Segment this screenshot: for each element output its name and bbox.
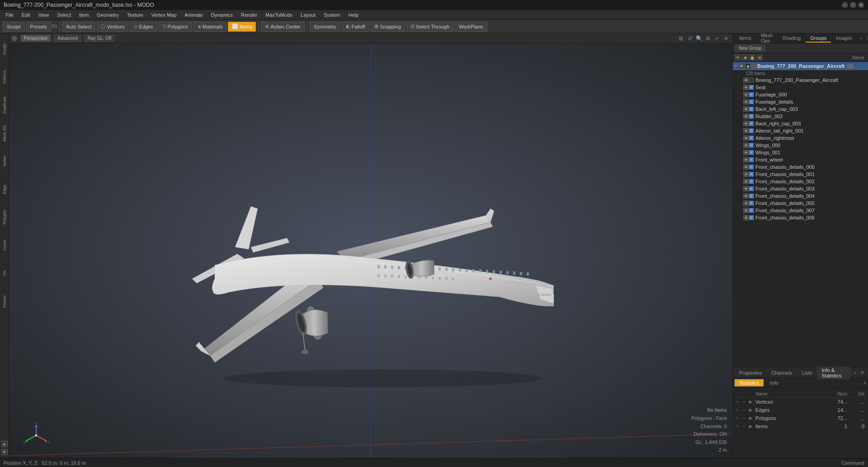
vertices-button[interactable]: ⬡ Vertices — [97, 22, 128, 32]
stats-row-3[interactable]: + − ▶ Items 1 0 — [735, 422, 866, 430]
select-through-button[interactable]: ⊡ Select Through — [406, 22, 453, 32]
tab-mesh-ops[interactable]: Mesh Ops — [756, 32, 778, 45]
vis-icon-2[interactable]: 👁 — [743, 92, 749, 97]
tree-item-12[interactable]: 👁 Front_chassis_details_000 — [733, 163, 868, 171]
stats-add-3[interactable]: + — [736, 424, 743, 429]
tree-item-16[interactable]: 👁 Front_chassis_details_004 — [733, 192, 868, 200]
tree-item-8[interactable]: 👁 Aileron_rightmost — [733, 134, 868, 142]
check-7[interactable] — [749, 129, 754, 133]
stats-minus-1[interactable]: − — [743, 408, 749, 412]
snapping-button[interactable]: ⊞ Snapping — [370, 22, 405, 32]
check-2[interactable] — [749, 92, 754, 97]
vis-icon-3[interactable]: 👁 — [743, 99, 749, 105]
rp-icon-eye[interactable]: 👁 — [735, 54, 741, 61]
tree-item-2[interactable]: 👁 Fuselage_000 — [733, 91, 868, 98]
sidebar-polygon[interactable]: Polygon — [0, 204, 9, 231]
vis-icon-11[interactable]: 👁 — [743, 157, 749, 162]
tree-item-13[interactable]: 👁 Front_chassis_details_001 — [733, 171, 868, 178]
vis-icon-13[interactable]: 👁 — [743, 172, 749, 177]
maximize-button[interactable]: □ — [850, 2, 856, 8]
sidebar-sculpt[interactable]: Sculpt — [0, 35, 9, 62]
3d-viewport[interactable]: NJ F-WMSO No Items Polygons : Face Chann… — [9, 43, 732, 458]
vis-icon-1[interactable]: 👁 — [743, 85, 749, 90]
tree-item-11[interactable]: 👁 Front_wheel — [733, 156, 868, 163]
sidebar-fusion[interactable]: Fusion — [0, 288, 9, 315]
rp-icon-expand[interactable]: ⊞ — [756, 54, 763, 61]
vis-icon-16[interactable]: 👁 — [743, 193, 749, 199]
bp-tab-add[interactable]: + — [851, 369, 859, 376]
viewport-icon-grid[interactable]: ⊞ — [677, 35, 684, 42]
vis-icon-17[interactable]: 👁 — [743, 200, 749, 206]
auto-select-button[interactable]: Auto Select — [62, 22, 95, 32]
work-plane-button[interactable]: WorkPlane — [455, 22, 487, 32]
menu-item-geometry[interactable]: Geometry — [93, 11, 122, 19]
check-14[interactable] — [749, 179, 754, 184]
sidebar-uv[interactable]: UV — [0, 260, 9, 287]
viewport-icon-reset[interactable]: ↺ — [686, 35, 693, 42]
check-11[interactable] — [749, 157, 754, 162]
tree-item-14[interactable]: 👁 Front_chassis_details_002 — [733, 178, 868, 185]
tree-expand-root[interactable]: ▼ — [733, 62, 738, 70]
materials-button[interactable]: ◈ Materials — [193, 22, 227, 32]
vis-icon-7[interactable]: 👁 — [743, 128, 749, 133]
action-center-button[interactable]: ⊕ Action Center — [261, 22, 305, 32]
sidebar-duplicate[interactable]: Duplicate — [0, 91, 9, 119]
tab-groups[interactable]: Groups — [806, 34, 831, 43]
menu-item-view[interactable]: View — [35, 11, 53, 19]
sidebar-toggle-top[interactable]: ▲ — [1, 441, 8, 447]
sidebar-toggle-bottom[interactable]: ▼ — [1, 449, 8, 455]
viewport-menu-icon[interactable] — [12, 36, 17, 41]
tree-item-3[interactable]: 👁 Fuselage_details — [733, 98, 868, 105]
bp-close-icon[interactable]: ✕ — [860, 370, 866, 376]
sidebar-curve[interactable]: Curve — [0, 232, 9, 259]
check-8[interactable] — [749, 136, 754, 140]
perspective-button[interactable]: Perspective — [21, 35, 51, 42]
stats-expand-1[interactable]: ▶ — [749, 408, 755, 412]
rp-icon-render[interactable]: ◉ — [742, 54, 748, 61]
menu-item-item[interactable]: Item — [75, 11, 92, 19]
menu-item-texture[interactable]: Texture — [123, 11, 147, 19]
sidebar-vertex[interactable]: Vertex — [0, 148, 9, 175]
tree-item-7[interactable]: 👁 Aileron_tail_right_001 — [733, 127, 868, 134]
bp-tab-channels[interactable]: Channels — [767, 369, 797, 376]
vis-icon-root[interactable]: 👁 — [739, 63, 744, 69]
tab-add[interactable]: + — [857, 35, 865, 42]
presets-button[interactable]: Presets — [26, 22, 51, 32]
advanced-button[interactable]: Advanced — [54, 35, 80, 42]
check-3[interactable] — [749, 100, 754, 104]
viewport-icon-settings[interactable]: ⚙ — [704, 35, 712, 42]
vis-icon-10[interactable]: 👁 — [743, 150, 749, 155]
check-9[interactable] — [749, 143, 754, 148]
stats-add-1[interactable]: + — [736, 408, 743, 412]
close-button[interactable]: ✕ — [858, 2, 864, 8]
tree-item-18[interactable]: 👁 Front_chassis_details_007 — [733, 207, 868, 214]
viewport-icon-zoom[interactable]: 🔍 — [695, 35, 703, 42]
sidebar-edge[interactable]: Edge — [0, 176, 9, 203]
tree-item-4[interactable]: 👁 Back_left_cap_003 — [733, 105, 868, 113]
check-16[interactable] — [749, 194, 754, 198]
sculpt-button[interactable]: Sculpt — [3, 22, 25, 32]
menu-item-animate[interactable]: Animate — [181, 11, 206, 19]
viewport-icon-close[interactable]: ✕ — [722, 35, 730, 42]
tree-item-17[interactable]: 👁 Front_chassis_details_005 — [733, 200, 868, 207]
tree-item-1[interactable]: 👁 Seat — [733, 84, 868, 91]
bp-tab-info-stats[interactable]: Info & Statistics — [817, 367, 850, 379]
check-5[interactable] — [749, 114, 754, 119]
menu-item-file[interactable]: File — [2, 11, 17, 19]
menu-item-render[interactable]: Render — [237, 11, 261, 19]
stats-add-0[interactable]: + — [736, 400, 743, 404]
tree-item-10[interactable]: 👁 Wings_001 — [733, 149, 868, 156]
check-12[interactable] — [749, 165, 754, 169]
stats-expand-0[interactable]: ▶ — [749, 400, 755, 404]
vis-icon-9[interactable]: 👁 — [743, 143, 749, 148]
menu-item-maxtomodo[interactable]: MaxToModo — [262, 11, 296, 19]
sidebar-deform[interactable]: Deform — [0, 63, 9, 91]
vis-icon-18[interactable]: 👁 — [743, 208, 749, 213]
stats-tab-statistics[interactable]: Statistics — [735, 379, 764, 386]
check-17[interactable] — [749, 201, 754, 205]
bp-tab-properties[interactable]: Properties — [735, 369, 766, 376]
vis-icon-0[interactable]: 👁 — [743, 77, 749, 83]
falloff-button[interactable]: ◐ Falloff — [342, 22, 369, 32]
check-18[interactable] — [749, 208, 754, 213]
raygl-button[interactable]: Ray GL: Off — [85, 35, 115, 42]
